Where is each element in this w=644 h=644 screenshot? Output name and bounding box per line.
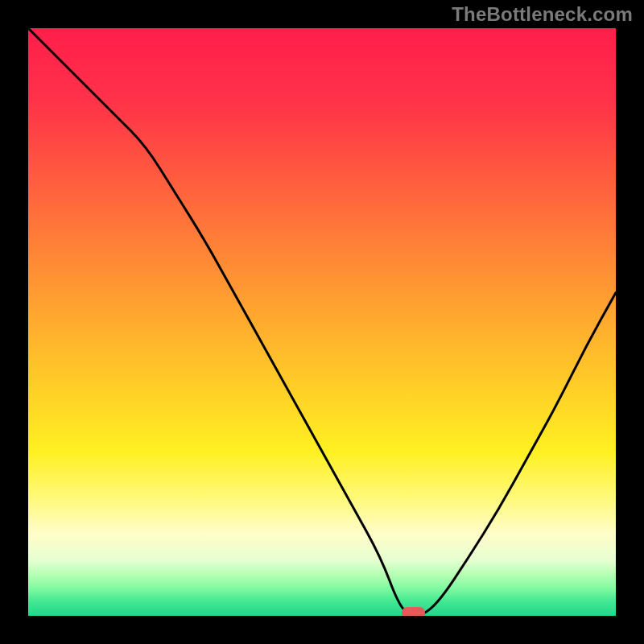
chart-container: TheBottleneck.com	[0, 0, 644, 644]
plot-area	[25, 25, 619, 619]
watermark-text: TheBottleneck.com	[452, 3, 633, 26]
bottleneck-curve	[28, 28, 616, 616]
optimal-marker	[402, 607, 425, 618]
